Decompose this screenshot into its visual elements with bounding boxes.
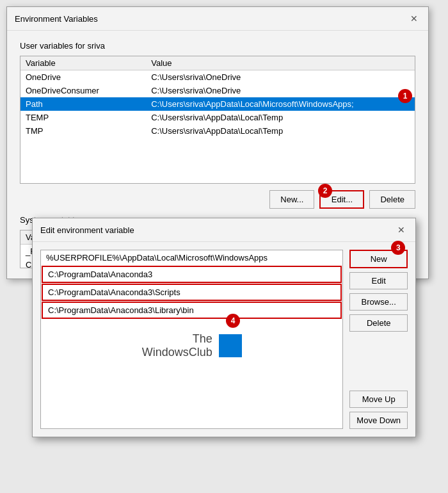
user-delete-button[interactable]: Delete [369,190,415,209]
main-dialog-close[interactable]: ✕ [408,12,420,25]
table-row[interactable]: TMPC:\Users\sriva\AppData\Local\Temp [20,124,415,138]
table-row[interactable]: TEMPC:\Users\sriva\AppData\Local\Temp [20,111,415,124]
side-buttons: 3 New Edit Browse... Delete Move Up Move… [349,250,408,429]
user-var-value: C:\Users\sriva\AppData\Local\Microsoft\W… [146,97,415,111]
path-browse-button[interactable]: Browse... [349,293,408,311]
path-item-1[interactable]: %USERPROFILE%\AppData\Local\Microsoft\Wi… [41,250,342,265]
user-var-name[interactable]: OneDriveConsumer [20,84,146,97]
user-var-name[interactable]: TEMP [20,111,146,124]
sub-dialog-close[interactable]: ✕ [395,223,408,236]
path-item-4[interactable]: C:\ProgramData\Anaconda3\Library\bin [42,302,342,319]
user-buttons-row: New... Edit... Delete 2 [20,190,415,209]
sub-dialog-titlebar: Edit environment variable ✕ [33,218,415,242]
main-dialog-title: Environment Variables [15,14,98,24]
path-delete-button[interactable]: Delete [349,314,408,332]
sub-dialog-title: Edit environment variable [40,225,134,235]
table-row[interactable]: PathC:\Users\sriva\AppData\Local\Microso… [20,97,415,111]
user-var-value: C:\Users\sriva\AppData\Local\Temp [146,124,415,138]
table-row[interactable]: OneDriveConsumerC:\Users\sriva\OneDrive [20,84,415,97]
path-list: %USERPROFILE%\AppData\Local\Microsoft\Wi… [40,250,343,429]
user-var-value: C:\Users\sriva\OneDrive [146,70,415,85]
user-variables-table: Variable Value OneDriveC:\Users\sriva\On… [20,56,415,138]
sub-dialog-content: %USERPROFILE%\AppData\Local\Microsoft\Wi… [33,242,415,437]
path-edit-button[interactable]: Edit [349,272,408,289]
main-dialog-titlebar: Environment Variables ✕ [7,7,428,31]
user-var-name[interactable]: TMP [20,124,146,138]
path-item-2[interactable]: C:\ProgramData\Anaconda3 [42,266,342,283]
user-variables-table-container: Variable Value OneDriveC:\Users\sriva\On… [20,56,415,184]
watermark: The WindowsClub [41,319,342,372]
watermark-line2: WindowsClub [142,346,212,359]
user-var-value: C:\Users\sriva\AppData\Local\Temp [146,111,415,124]
user-var-name[interactable]: OneDrive [20,70,146,85]
path-move-up-button[interactable]: Move Up [349,391,408,408]
path-item-3[interactable]: C:\ProgramData\Anaconda3\Scripts [42,284,342,301]
windows-logo-icon [219,334,242,357]
badge-4: 4 [226,314,240,328]
user-new-button[interactable]: New... [269,190,314,209]
watermark-line1: The [142,332,212,346]
user-var-value: C:\Users\sriva\OneDrive [146,84,415,97]
col-header-value: Value [146,56,415,70]
badge-1: 1 [398,89,412,103]
sub-dialog: Edit environment variable ✕ %USERPROFILE… [32,218,416,437]
table-row[interactable]: OneDriveC:\Users\sriva\OneDrive [20,70,415,85]
user-var-name[interactable]: Path [20,97,146,111]
path-move-down-button[interactable]: Move Down [349,412,408,429]
col-header-variable: Variable [20,56,146,70]
user-section-label: User variables for sriva [20,41,415,51]
badge-2: 2 [318,184,332,198]
